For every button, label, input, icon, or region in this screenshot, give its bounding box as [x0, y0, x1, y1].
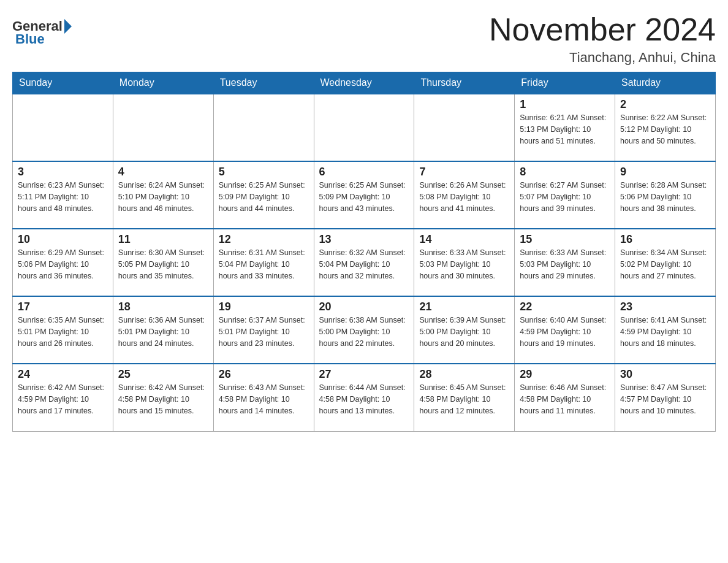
calendar-cell: 9Sunrise: 6:28 AM Sunset: 5:06 PM Daylig…: [615, 161, 716, 229]
calendar-cell: 28Sunrise: 6:45 AM Sunset: 4:58 PM Dayli…: [414, 364, 515, 431]
day-info: Sunrise: 6:38 AM Sunset: 5:00 PM Dayligh…: [319, 315, 409, 349]
calendar-cell: 10Sunrise: 6:29 AM Sunset: 5:06 PM Dayli…: [13, 229, 113, 296]
logo: General Blue: [12, 12, 72, 47]
calendar-cell: 15Sunrise: 6:33 AM Sunset: 5:03 PM Dayli…: [515, 229, 615, 296]
day-number: 5: [219, 166, 309, 178]
day-info: Sunrise: 6:24 AM Sunset: 5:10 PM Dayligh…: [118, 180, 208, 214]
day-number: 1: [520, 98, 610, 111]
day-number: 16: [620, 233, 710, 246]
day-number: 30: [620, 368, 710, 381]
day-number: 12: [219, 233, 309, 246]
day-number: 7: [419, 166, 509, 178]
calendar-cell: 25Sunrise: 6:42 AM Sunset: 4:58 PM Dayli…: [113, 364, 213, 431]
calendar-cell: 11Sunrise: 6:30 AM Sunset: 5:05 PM Dayli…: [113, 229, 213, 296]
calendar-cell: [13, 94, 113, 161]
day-info: Sunrise: 6:42 AM Sunset: 4:59 PM Dayligh…: [18, 382, 108, 416]
day-number: 19: [219, 301, 309, 313]
day-info: Sunrise: 6:29 AM Sunset: 5:06 PM Dayligh…: [18, 247, 108, 282]
day-info: Sunrise: 6:46 AM Sunset: 4:58 PM Dayligh…: [520, 382, 610, 416]
day-number: 3: [18, 166, 108, 178]
day-number: 17: [18, 301, 108, 313]
calendar-cell: 12Sunrise: 6:31 AM Sunset: 5:04 PM Dayli…: [213, 229, 314, 296]
day-info: Sunrise: 6:25 AM Sunset: 5:09 PM Dayligh…: [319, 180, 409, 214]
day-info: Sunrise: 6:36 AM Sunset: 5:01 PM Dayligh…: [118, 315, 208, 349]
page-header: General Blue November 2024 Tianchang, An…: [12, 12, 716, 66]
calendar-cell: 14Sunrise: 6:33 AM Sunset: 5:03 PM Dayli…: [414, 229, 515, 296]
day-number: 28: [419, 368, 509, 381]
calendar-header-thursday: Thursday: [414, 72, 515, 94]
day-info: Sunrise: 6:26 AM Sunset: 5:08 PM Dayligh…: [419, 180, 509, 214]
calendar-header-friday: Friday: [515, 72, 615, 94]
calendar-cell: 13Sunrise: 6:32 AM Sunset: 5:04 PM Dayli…: [314, 229, 414, 296]
calendar-cell: 4Sunrise: 6:24 AM Sunset: 5:10 PM Daylig…: [113, 161, 213, 229]
day-number: 9: [620, 166, 710, 178]
day-number: 29: [520, 368, 610, 381]
day-info: Sunrise: 6:37 AM Sunset: 5:01 PM Dayligh…: [219, 315, 309, 349]
day-info: Sunrise: 6:44 AM Sunset: 4:58 PM Dayligh…: [319, 382, 409, 416]
day-number: 22: [520, 301, 610, 313]
day-info: Sunrise: 6:35 AM Sunset: 5:01 PM Dayligh…: [18, 315, 108, 349]
calendar-cell: 19Sunrise: 6:37 AM Sunset: 5:01 PM Dayli…: [213, 296, 314, 364]
calendar-cell: 2Sunrise: 6:22 AM Sunset: 5:12 PM Daylig…: [615, 94, 716, 161]
day-number: 11: [118, 233, 208, 246]
calendar-table: SundayMondayTuesdayWednesdayThursdayFrid…: [12, 72, 716, 432]
day-info: Sunrise: 6:41 AM Sunset: 4:59 PM Dayligh…: [620, 315, 710, 349]
day-info: Sunrise: 6:33 AM Sunset: 5:03 PM Dayligh…: [520, 247, 610, 282]
day-info: Sunrise: 6:32 AM Sunset: 5:04 PM Dayligh…: [319, 247, 409, 282]
calendar-cell: 3Sunrise: 6:23 AM Sunset: 5:11 PM Daylig…: [13, 161, 113, 229]
calendar-cell: 16Sunrise: 6:34 AM Sunset: 5:02 PM Dayli…: [615, 229, 716, 296]
calendar-header-tuesday: Tuesday: [213, 72, 314, 94]
day-number: 24: [18, 368, 108, 381]
calendar-cell: [314, 94, 414, 161]
calendar-cell: 22Sunrise: 6:40 AM Sunset: 4:59 PM Dayli…: [515, 296, 615, 364]
day-info: Sunrise: 6:27 AM Sunset: 5:07 PM Dayligh…: [520, 180, 610, 214]
day-info: Sunrise: 6:39 AM Sunset: 5:00 PM Dayligh…: [419, 315, 509, 349]
calendar-cell: [113, 94, 213, 161]
calendar-week-5: 24Sunrise: 6:42 AM Sunset: 4:59 PM Dayli…: [13, 364, 716, 431]
day-info: Sunrise: 6:30 AM Sunset: 5:05 PM Dayligh…: [118, 247, 208, 282]
calendar-cell: 26Sunrise: 6:43 AM Sunset: 4:58 PM Dayli…: [213, 364, 314, 431]
calendar-cell: 1Sunrise: 6:21 AM Sunset: 5:13 PM Daylig…: [515, 94, 615, 161]
day-number: 2: [620, 98, 710, 111]
logo-blue-text: Blue: [15, 31, 45, 47]
calendar-week-2: 3Sunrise: 6:23 AM Sunset: 5:11 PM Daylig…: [13, 161, 716, 229]
calendar-cell: 21Sunrise: 6:39 AM Sunset: 5:00 PM Dayli…: [414, 296, 515, 364]
day-number: 23: [620, 301, 710, 313]
calendar-cell: [213, 94, 314, 161]
calendar-cell: [414, 94, 515, 161]
day-info: Sunrise: 6:22 AM Sunset: 5:12 PM Dayligh…: [620, 112, 710, 147]
calendar-cell: 23Sunrise: 6:41 AM Sunset: 4:59 PM Dayli…: [615, 296, 716, 364]
location-text: Tianchang, Anhui, China: [489, 50, 716, 66]
day-info: Sunrise: 6:47 AM Sunset: 4:57 PM Dayligh…: [620, 382, 710, 416]
month-title: November 2024: [489, 12, 716, 47]
calendar-cell: 5Sunrise: 6:25 AM Sunset: 5:09 PM Daylig…: [213, 161, 314, 229]
calendar-cell: 6Sunrise: 6:25 AM Sunset: 5:09 PM Daylig…: [314, 161, 414, 229]
day-number: 8: [520, 166, 610, 178]
day-number: 26: [219, 368, 309, 381]
calendar-cell: 17Sunrise: 6:35 AM Sunset: 5:01 PM Dayli…: [13, 296, 113, 364]
calendar-cell: 27Sunrise: 6:44 AM Sunset: 4:58 PM Dayli…: [314, 364, 414, 431]
day-number: 14: [419, 233, 509, 246]
day-number: 4: [118, 166, 208, 178]
day-number: 6: [319, 166, 409, 178]
day-info: Sunrise: 6:40 AM Sunset: 4:59 PM Dayligh…: [520, 315, 610, 349]
calendar-cell: 18Sunrise: 6:36 AM Sunset: 5:01 PM Dayli…: [113, 296, 213, 364]
day-info: Sunrise: 6:23 AM Sunset: 5:11 PM Dayligh…: [18, 180, 108, 214]
day-info: Sunrise: 6:42 AM Sunset: 4:58 PM Dayligh…: [118, 382, 208, 416]
calendar-week-4: 17Sunrise: 6:35 AM Sunset: 5:01 PM Dayli…: [13, 296, 716, 364]
day-info: Sunrise: 6:25 AM Sunset: 5:09 PM Dayligh…: [219, 180, 309, 214]
logo-arrow-icon: [64, 19, 72, 34]
day-number: 18: [118, 301, 208, 313]
day-info: Sunrise: 6:28 AM Sunset: 5:06 PM Dayligh…: [620, 180, 710, 214]
calendar-week-1: 1Sunrise: 6:21 AM Sunset: 5:13 PM Daylig…: [13, 94, 716, 161]
day-number: 27: [319, 368, 409, 381]
calendar-cell: 24Sunrise: 6:42 AM Sunset: 4:59 PM Dayli…: [13, 364, 113, 431]
calendar-header-monday: Monday: [113, 72, 213, 94]
calendar-cell: 30Sunrise: 6:47 AM Sunset: 4:57 PM Dayli…: [615, 364, 716, 431]
calendar-cell: 20Sunrise: 6:38 AM Sunset: 5:00 PM Dayli…: [314, 296, 414, 364]
calendar-cell: 8Sunrise: 6:27 AM Sunset: 5:07 PM Daylig…: [515, 161, 615, 229]
day-number: 21: [419, 301, 509, 313]
calendar-header-sunday: Sunday: [13, 72, 113, 94]
calendar-week-3: 10Sunrise: 6:29 AM Sunset: 5:06 PM Dayli…: [13, 229, 716, 296]
day-info: Sunrise: 6:31 AM Sunset: 5:04 PM Dayligh…: [219, 247, 309, 282]
